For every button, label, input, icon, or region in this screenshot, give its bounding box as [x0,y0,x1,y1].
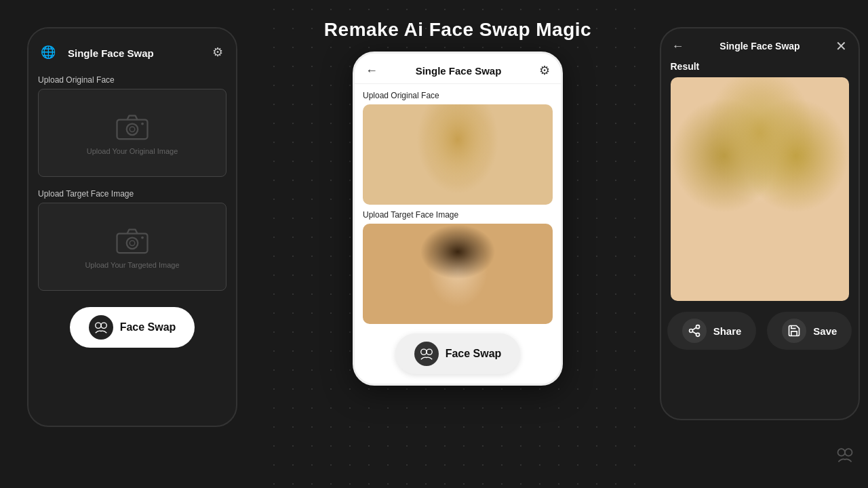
svg-line-16 [692,331,696,334]
center-panel: Remake Ai Face Swap Magic ← Single Face … [264,0,651,488]
center-upload-target-label: Upload Target Face Image [363,210,553,220]
svg-point-8 [95,323,100,328]
left-gear-icon[interactable]: ⚙ [212,45,224,60]
left-upload-original-label: Upload Original Face [38,75,226,85]
center-back-icon[interactable]: ← [366,64,378,78]
center-face-swap-button[interactable]: Face Swap [395,333,521,374]
svg-point-6 [130,241,135,246]
svg-point-5 [127,238,138,249]
svg-point-7 [141,237,144,239]
center-footer: Face Swap [355,324,561,384]
left-title: Single Face Swap [56,38,212,66]
right-title: Single Face Swap [719,41,800,52]
svg-point-11 [427,349,432,354]
phone-right: ← Single Face Swap ✕ Result Share [660,27,860,420]
left-face-swap-button[interactable]: Face Swap [70,307,195,348]
action-buttons: Share Save [661,301,859,350]
svg-point-2 [130,127,135,132]
share-icon [682,319,707,343]
phone-left: 🌐 Single Face Swap ⚙ Upload Original Fac… [27,27,237,427]
left-original-placeholder: Upload Your Original Image [87,147,178,155]
center-upload-original-label: Upload Original Face [363,91,553,100]
camera-icon [116,110,149,143]
svg-line-15 [692,327,696,330]
center-phone-header: ← Single Face Swap ⚙ [355,54,561,84]
left-upload-target-label: Upload Target Face Image [38,189,226,199]
phone-center: ← Single Face Swap ⚙ Upload Original Fac… [353,52,563,386]
result-section: Result [661,61,859,301]
left-upload-target-section: Upload Target Face Image Upload Your Tar… [28,186,236,295]
svg-point-10 [420,349,426,354]
center-body: Upload Original Face Upload Target Face … [355,84,561,324]
result-label: Result [671,61,849,72]
center-original-image[interactable] [363,104,553,205]
globe-icon[interactable]: 🌐 [41,45,56,60]
camera-icon-2 [116,224,149,257]
share-button[interactable]: Share [667,312,757,350]
center-gear-icon[interactable]: ⚙ [539,63,550,78]
close-icon[interactable]: ✕ [835,38,847,54]
left-target-placeholder: Upload Your Targeted Image [85,261,179,269]
svg-point-9 [101,323,106,328]
center-title: Remake Ai Face Swap Magic [324,19,591,41]
center-phone-title: Single Face Swap [416,65,502,77]
save-label: Save [813,325,837,337]
left-upload-original-section: Upload Original Face Upload Your Origina… [28,73,236,181]
svg-point-3 [141,123,144,125]
svg-rect-4 [117,234,148,253]
right-back-icon[interactable]: ← [672,39,684,54]
center-face-swap-btn-icon [414,342,439,366]
left-phone-header: 🌐 Single Face Swap ⚙ [28,28,236,73]
right-panel: ← Single Face Swap ✕ Result Share [651,0,868,488]
share-label: Share [713,325,742,337]
left-upload-original-box[interactable]: Upload Your Original Image [38,89,226,177]
left-face-swap-label: Face Swap [120,321,176,333]
save-icon [782,319,806,343]
face-swap-btn-icon [89,315,113,340]
save-button[interactable]: Save [767,312,852,350]
left-panel: 🌐 Single Face Swap ⚙ Upload Original Fac… [0,0,264,488]
svg-point-1 [127,124,138,136]
center-face-swap-label: Face Swap [446,348,502,360]
svg-rect-0 [117,120,148,140]
result-image [671,77,849,301]
right-phone-header: ← Single Face Swap ✕ [661,28,859,61]
center-target-image[interactable] [363,224,553,324]
left-upload-target-box[interactable]: Upload Your Targeted Image [38,203,226,291]
